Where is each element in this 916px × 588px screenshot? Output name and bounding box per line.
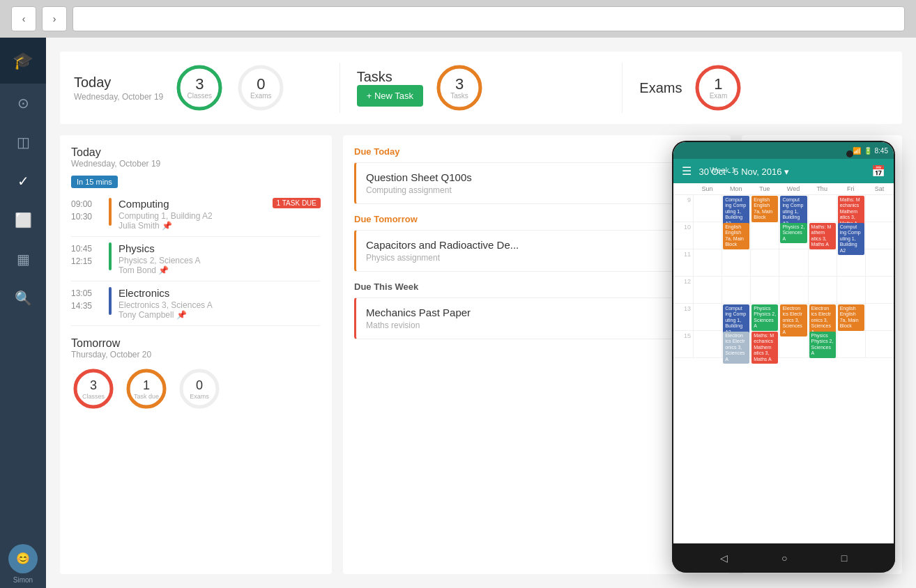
sidebar-item-search[interactable]: 🔍	[0, 279, 46, 318]
logo-icon: 🎓	[13, 51, 33, 70]
task-mechanics[interactable]: Mechanics Past Paper Maths revision Oct …	[354, 297, 719, 339]
due-today-label: Due Today	[354, 146, 719, 157]
svg-point-2	[240, 67, 282, 109]
search-icon: 🔍	[15, 290, 32, 307]
phone-recent-icon[interactable]: □	[841, 552, 847, 564]
phone-camera	[846, 150, 853, 157]
tomorrow-section: Tomorrow Thursday, October 20 3 Classes	[71, 337, 321, 411]
day-mon: Mon	[722, 183, 750, 194]
electronics-time: 13:0514:35	[71, 287, 102, 312]
electronics-sub: Electronics 3, Sciences A	[119, 300, 321, 310]
sidebar-logo[interactable]: 🎓	[0, 38, 46, 84]
physics-time: 10:4512:15	[71, 242, 102, 268]
task-mechanics-name: Mechanics Past Paper	[366, 307, 682, 318]
due-week-section: Due This Week Mechanics Past Paper Maths…	[354, 281, 719, 339]
new-task-button[interactable]: + New Task	[357, 85, 423, 107]
physics-sub: Physics 2, Sciences A	[119, 256, 321, 265]
cell-12-thu	[808, 277, 837, 303]
class-item-computing[interactable]: 09:0010:30 Computing 1 TASK DUE Computin…	[71, 192, 321, 237]
day-thu: Thu	[808, 183, 837, 194]
class-item-physics[interactable]: 10:4512:15 Physics Physics 2, Sciences A…	[71, 237, 321, 281]
electronics-details: Electronics Electronics 3, Sciences A To…	[119, 287, 321, 320]
ev-english-tue-9: English English 7a, Main Block	[751, 196, 778, 222]
phone-calendar: Sun Mon Tue Wed Thu Fri Sat 9 Comput ing…	[673, 183, 894, 543]
today-schedule-title: Today	[71, 146, 321, 159]
physics-teacher: Tom Bond 📌	[119, 265, 321, 275]
cell-11-sun	[693, 249, 722, 276]
phone-home-icon[interactable]: ○	[781, 552, 787, 564]
sidebar: 🎓 ⊙ ◫ ✓ ⬜ ▦ 🔍 😊 Simon	[0, 38, 46, 588]
computing-task-badge: 1 TASK DUE	[273, 198, 321, 208]
cell-15-tue: Maths: M echanics Mathem atics 3, Maths …	[750, 331, 779, 357]
phone-nav-bar: ◁ ○ □	[672, 545, 895, 571]
menu-icon[interactable]: ☰	[682, 165, 692, 177]
cell-12-sun	[693, 277, 722, 303]
tomorrow-tasks-circle: 1 Task due	[124, 366, 169, 411]
forward-button[interactable]: ›	[42, 6, 67, 31]
cell-10-fri: Comput ing Comp uting 1, Building A2	[837, 222, 865, 249]
cell-9-mon: Comput ing Comp uting 1, Building A2	[722, 195, 750, 222]
class-item-electronics[interactable]: 13:0514:35 Electronics Electronics 3, Sc…	[71, 281, 321, 326]
time-10: 10	[673, 222, 693, 249]
tomorrow-tasks-lbl: Task due	[134, 393, 159, 400]
time-9: 9	[673, 195, 693, 222]
cell-13-fri: English English 7a, Main Block	[837, 304, 865, 330]
cell-9-tue: English English 7a, Main Block	[750, 195, 779, 222]
ev-electronics-mon-15: Electron ics Electr onics 3, Sciences A	[723, 332, 749, 364]
tomorrow-subtitle: Thursday, October 20	[71, 350, 321, 359]
in-15-badge: In 15 mins	[71, 176, 118, 188]
cell-15-thu: Physics Physics 2, Sciences A	[808, 331, 837, 357]
cell-9-wed: Comput ing Comp uting 1, Building A2	[779, 195, 807, 222]
tomorrow-classes-lbl: Classes	[82, 393, 105, 400]
sidebar-item-flashcards[interactable]: ⬜	[0, 201, 46, 240]
tasks-title-block: Tasks + New Task	[357, 69, 423, 107]
cell-12-wed	[779, 277, 807, 303]
today-title-block: Today Wednesday, October 19	[74, 75, 163, 102]
cell-13-mon: Comput ing Comp uting 1, Building A2	[722, 304, 750, 330]
due-week-label: Due This Week	[354, 281, 719, 292]
cell-12-fri	[837, 277, 865, 303]
svg-point-6	[697, 67, 739, 109]
task-q100s-subject: Computing assignment	[366, 185, 685, 195]
day-sat: Sat	[865, 183, 894, 194]
due-tomorrow-label: Due Tomorrow	[354, 214, 719, 224]
exams-header-section: Exams 1 Exam	[639, 63, 888, 113]
address-bar[interactable]	[72, 6, 905, 31]
sidebar-item-tasks[interactable]: ✓	[0, 162, 46, 201]
computing-teacher: Julia Smith 📌	[119, 221, 321, 231]
computing-name: Computing	[119, 198, 169, 210]
classes-circle: 3 Classes	[174, 63, 224, 113]
sidebar-item-calendar[interactable]: ◫	[0, 123, 46, 162]
check-icon: ✓	[17, 173, 29, 189]
computing-sub: Computing 1, Building A2	[119, 211, 321, 221]
tomorrow-tasks-num: 1	[143, 378, 150, 393]
avatar-image: 😊	[8, 544, 38, 573]
cal-row-10: 10 English English 7a, Main Block Physic…	[673, 222, 894, 249]
electronics-bar	[109, 287, 112, 315]
task-capacitors[interactable]: Capacitors and Radioactive De... Physics…	[354, 230, 719, 272]
tomorrow-circles: 3 Classes 1 Task du	[71, 366, 321, 411]
ev-maths-thu-10: Maths: M athem atics 3, Maths A	[809, 223, 836, 249]
day-tue: Tue	[750, 183, 779, 194]
physics-bar	[109, 242, 112, 270]
tomorrow-exams-lbl: Exams	[190, 393, 209, 400]
avatar-name: Simon	[13, 576, 33, 584]
sidebar-item-timetable[interactable]: ▦	[0, 240, 46, 279]
cell-11-sat	[865, 249, 894, 276]
user-avatar[interactable]: 😊 Simon	[0, 539, 46, 588]
phone-calendar-icon[interactable]: 📅	[871, 164, 885, 178]
cell-12-mon	[722, 277, 750, 303]
cell-11-thu	[808, 249, 837, 276]
phone-back-icon[interactable]: ◁	[720, 552, 728, 564]
physics-details: Physics Physics 2, Sciences A Tom Bond 📌	[119, 242, 321, 275]
app-container: 🎓 ⊙ ◫ ✓ ⬜ ▦ 🔍 😊 Simon	[0, 38, 916, 588]
task-capacitors-name: Capacitors and Radioactive De...	[366, 239, 682, 251]
sidebar-item-globe[interactable]: ⊙	[0, 84, 46, 123]
cal-row-13: 13 Comput ing Comp uting 1, Building A2 …	[673, 304, 894, 331]
task-q100s[interactable]: Question Sheet Q100s Computing assignmen…	[354, 162, 719, 204]
cell-13-thu: Electron ics Electr onics 3, Sciences A	[808, 304, 837, 330]
cell-10-tue	[750, 222, 779, 249]
task-capacitors-subject: Physics assignment	[366, 253, 682, 263]
cell-11-wed	[779, 249, 807, 276]
back-button[interactable]: ‹	[11, 6, 36, 31]
